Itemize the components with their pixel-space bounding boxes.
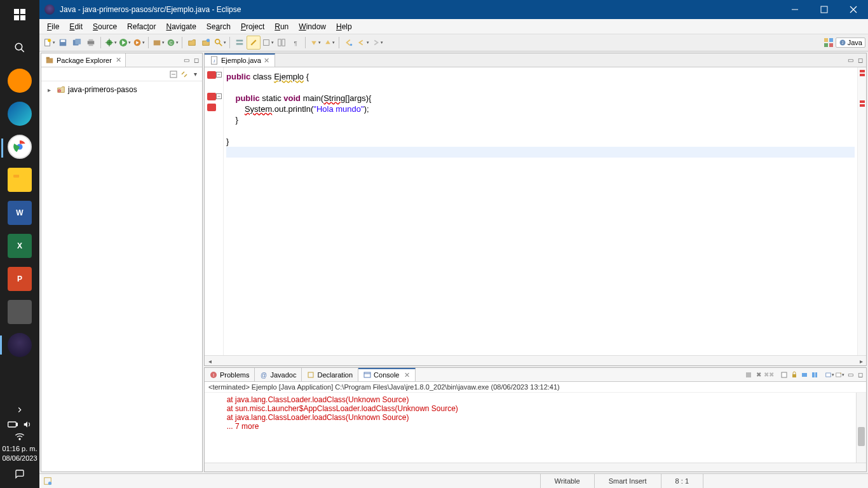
run-button[interactable] — [118, 36, 132, 50]
taskbar-clock[interactable]: 01:16 p. m. 08/06/2023 — [2, 444, 37, 463]
menu-source[interactable]: Source — [88, 21, 122, 32]
tab-console[interactable]: Console ✕ — [358, 368, 416, 381]
back-button[interactable] — [356, 36, 370, 50]
taskbar-eclipse[interactable] — [8, 333, 32, 357]
close-icon[interactable]: ✕ — [116, 56, 121, 64]
taskbar-powerpoint[interactable]: P — [8, 267, 32, 291]
tree-item-project[interactable]: ▸ ! java-primeros-pasos — [45, 84, 198, 95]
maximize-button[interactable] — [810, 0, 839, 19]
new-class-button[interactable]: C — [165, 36, 179, 50]
package-explorer-tree[interactable]: ▸ ! java-primeros-pasos — [41, 81, 202, 471]
error-marker-icon[interactable] — [207, 104, 216, 111]
link-editor-button[interactable] — [180, 70, 189, 79]
expand-toggle[interactable]: ▸ — [48, 86, 54, 93]
next-annotation-button[interactable] — [308, 36, 322, 50]
taskbar-app-other[interactable] — [8, 300, 32, 324]
maximize-view-button[interactable]: ◻ — [856, 56, 865, 65]
display-console-button[interactable] — [810, 370, 819, 379]
show-whitespace-button[interactable]: ¶ — [288, 36, 302, 50]
wifi-icon[interactable] — [15, 433, 25, 440]
new-package-button[interactable] — [151, 36, 165, 50]
status-icon[interactable] — [43, 477, 52, 485]
menu-navigate[interactable]: Navigate — [161, 21, 201, 32]
menu-refactor[interactable]: Refactor — [122, 21, 161, 32]
menu-search[interactable]: Search — [201, 21, 236, 32]
editor-gutter[interactable]: − − — [205, 67, 224, 355]
pin-console-button[interactable] — [800, 370, 809, 379]
save-button[interactable] — [56, 36, 70, 50]
annotation-nav-button[interactable] — [261, 36, 275, 50]
overview-error-mark[interactable] — [860, 100, 865, 103]
scroll-lock-button[interactable] — [790, 370, 799, 379]
menu-run[interactable]: Run — [269, 21, 294, 32]
toggle-mark-button[interactable] — [247, 36, 261, 50]
menu-project[interactable]: Project — [236, 21, 269, 32]
console-hscrollbar[interactable] — [205, 463, 866, 471]
taskbar-word[interactable]: W — [8, 201, 32, 225]
clear-console-button[interactable] — [780, 370, 789, 379]
scroll-left-button[interactable]: ◂ — [205, 356, 215, 366]
menu-help[interactable]: Help — [331, 21, 357, 32]
overview-error-mark[interactable] — [860, 70, 865, 72]
editor-body[interactable]: − − public class Ejemplo { public static… — [205, 67, 866, 355]
print-button[interactable] — [84, 36, 98, 50]
error-marker-icon[interactable] — [207, 71, 216, 79]
minimize-view-button[interactable]: ▭ — [846, 370, 855, 379]
tab-problems[interactable]: ! Problems — [205, 368, 255, 381]
tab-javadoc[interactable]: @ Javadoc — [255, 368, 302, 381]
taskbar-edge[interactable] — [8, 102, 32, 126]
tray-overflow-icon[interactable] — [8, 403, 32, 416]
close-icon[interactable]: ✕ — [264, 57, 269, 65]
start-button[interactable] — [8, 3, 32, 27]
prev-annotation-button[interactable] — [322, 36, 336, 50]
minimize-view-button[interactable]: ▭ — [182, 56, 191, 65]
menu-edit[interactable]: Edit — [64, 21, 88, 32]
search-icon[interactable] — [8, 36, 32, 60]
perspective-java[interactable]: J Java — [836, 37, 865, 48]
open-perspective-button[interactable] — [822, 36, 836, 50]
minimize-button[interactable] — [780, 0, 810, 19]
close-button[interactable] — [839, 0, 868, 19]
taskbar-chrome[interactable] — [8, 135, 32, 159]
battery-icon[interactable] — [8, 421, 18, 428]
close-icon[interactable]: ✕ — [404, 371, 410, 379]
tab-declaration[interactable]: Declaration — [302, 368, 358, 381]
remove-all-button[interactable]: ✖✖ — [764, 370, 773, 379]
package-explorer-tab[interactable]: Package Explorer ✕ — [41, 53, 126, 67]
search-button[interactable] — [213, 36, 227, 50]
block-select-button[interactable] — [275, 36, 288, 50]
editor-hscrollbar[interactable]: ◂ ▸ — [205, 355, 866, 365]
save-all-button[interactable] — [70, 36, 84, 50]
notifications-icon[interactable] — [8, 466, 32, 482]
menu-window[interactable]: Window — [294, 21, 331, 32]
forward-button[interactable] — [370, 36, 384, 50]
overview-error-mark[interactable] — [860, 104, 865, 107]
console-vscrollbar[interactable] — [856, 393, 866, 463]
fold-toggle[interactable]: − — [216, 93, 222, 99]
new-button[interactable]: + — [42, 36, 56, 50]
run-last-button[interactable] — [132, 36, 146, 50]
editor-tab[interactable]: J Ejemplo.java ✕ — [205, 53, 275, 67]
fold-toggle[interactable]: − — [216, 72, 222, 78]
view-menu-button[interactable]: ▾ — [191, 70, 200, 79]
maximize-view-button[interactable]: ◻ — [856, 370, 865, 379]
debug-button[interactable] — [104, 36, 118, 50]
taskbar-firefox[interactable] — [8, 69, 32, 93]
error-marker-icon[interactable] — [207, 93, 216, 100]
collapse-all-button[interactable] — [169, 70, 178, 79]
open-task-button[interactable] — [199, 36, 213, 50]
toggle-breadcrumb-button[interactable] — [233, 36, 247, 50]
new-console-button[interactable]: + — [836, 370, 844, 379]
open-console-button[interactable] — [825, 370, 834, 379]
overview-error-mark[interactable] — [860, 74, 865, 76]
last-edit-button[interactable] — [342, 36, 356, 50]
menu-file[interactable]: File — [42, 21, 64, 32]
open-type-button[interactable] — [185, 36, 199, 50]
volume-icon[interactable] — [23, 420, 32, 429]
overview-ruler[interactable] — [857, 67, 866, 355]
taskbar-file-explorer[interactable] — [8, 168, 32, 192]
code-area[interactable]: public class Ejemplo { public static voi… — [224, 67, 857, 355]
remove-launch-button[interactable]: ✖ — [754, 370, 763, 379]
terminate-button[interactable] — [744, 370, 753, 379]
taskbar-excel[interactable]: X — [8, 234, 32, 258]
